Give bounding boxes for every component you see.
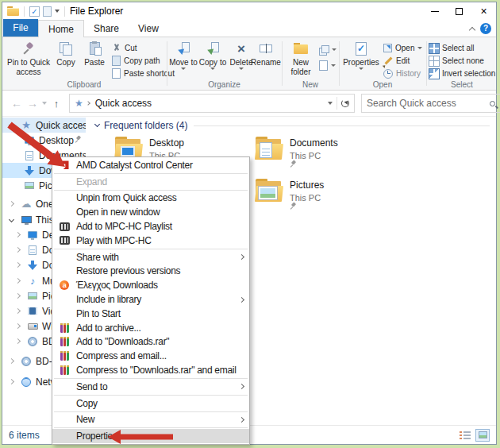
- help-icon[interactable]: ?: [480, 23, 491, 34]
- collapse-ribbon-icon[interactable]: [469, 26, 475, 33]
- search-input[interactable]: [367, 98, 490, 109]
- chevron-collapsed-icon[interactable]: [15, 293, 21, 299]
- forward-button[interactable]: →: [25, 97, 40, 110]
- edit-button[interactable]: Edit: [383, 55, 410, 67]
- properties-big-button[interactable]: ✓ Properties: [342, 40, 380, 70]
- menu-item-play-with-mpc-hc[interactable]: Play with MPC-HC: [52, 234, 249, 248]
- dropdown-caret-icon: [359, 68, 363, 70]
- qat-customize-caret-icon[interactable]: [55, 10, 60, 13]
- new-folder-icon: [294, 43, 308, 54]
- new-folder-button[interactable]: New folder: [285, 40, 317, 76]
- menu-item-properties[interactable]: Properties: [52, 429, 249, 443]
- address-box[interactable]: ★ Quick access: [69, 94, 355, 113]
- sidebar-item-quick-access[interactable]: ★ Quick access: [2, 118, 86, 133]
- chevron-collapsed-icon[interactable]: [15, 232, 21, 238]
- back-button[interactable]: ←: [9, 97, 25, 110]
- chevron-collapsed-icon[interactable]: [15, 262, 21, 268]
- history-button[interactable]: History: [383, 68, 421, 79]
- details-view-button[interactable]: [458, 429, 472, 442]
- menu-item-send-to[interactable]: Send to: [52, 380, 249, 394]
- pin-icon: [75, 136, 82, 144]
- chevron-expanded-icon[interactable]: [9, 122, 14, 128]
- frequent-folders-header[interactable]: Frequent folders (4): [95, 120, 490, 131]
- chevron-collapsed-icon[interactable]: [15, 308, 21, 314]
- chevron-expanded-icon[interactable]: [9, 217, 14, 222]
- file-explorer-icon: [7, 6, 19, 16]
- menu-item-add-to-downloads-rar[interactable]: Add to "Downloads.rar": [52, 335, 249, 350]
- chevron-collapsed-icon[interactable]: [15, 278, 21, 284]
- open-icon: [383, 44, 392, 52]
- menu-item-compress-and-email[interactable]: Compress and email...: [52, 349, 249, 363]
- new-item-button[interactable]: [319, 60, 336, 71]
- menu-item-expand[interactable]: Expand: [52, 175, 249, 189]
- menu-item-add-to-archive[interactable]: Add to archive...: [52, 321, 249, 335]
- thumbnails-view-button[interactable]: [475, 429, 490, 442]
- avast-icon: a: [60, 280, 69, 290]
- select-all-icon: [429, 44, 439, 53]
- pin-icon: [22, 42, 35, 55]
- up-button[interactable]: ↑: [48, 98, 64, 110]
- videos-icon: [28, 307, 37, 315]
- pin-to-quick-access-button[interactable]: Pin to Quick access: [6, 40, 52, 76]
- this-pc-icon: [21, 216, 32, 223]
- chevron-collapsed-icon[interactable]: [9, 379, 14, 384]
- dropdown-caret-icon: [210, 68, 215, 70]
- cut-icon: [112, 44, 121, 53]
- ribbon-group-organize: Move to Copy to × Delete Rename Organize: [167, 37, 281, 90]
- chevron-collapsed-icon[interactable]: [9, 201, 14, 207]
- rename-button[interactable]: Rename: [250, 40, 282, 68]
- chevron-collapsed-icon[interactable]: [15, 247, 21, 253]
- ribbon-group-open: ✓ Properties Open Edit History Open: [340, 37, 425, 90]
- select-all-button[interactable]: Select all: [429, 42, 475, 54]
- paste-shortcut-button[interactable]: Paste shortcut: [112, 68, 175, 79]
- minimize-button[interactable]: [422, 2, 447, 20]
- copy-to-button[interactable]: Copy to: [198, 40, 227, 70]
- sidebar-item-desktop[interactable]: Desktop: [2, 133, 86, 148]
- open-button[interactable]: Open: [383, 42, 422, 54]
- submenu-arrow-icon: [239, 254, 244, 260]
- search-box[interactable]: [361, 94, 500, 113]
- menu-item-restore-previous-versions[interactable]: Restore previous versions: [52, 265, 249, 279]
- chevron-collapsed-icon[interactable]: [15, 323, 21, 329]
- tab-file[interactable]: File: [3, 19, 38, 37]
- address-bar-row: ← → ↑ ★ Quick access: [2, 91, 496, 117]
- chevron-expanded-icon[interactable]: [94, 122, 100, 127]
- copy-button[interactable]: Copy: [53, 40, 79, 68]
- menu-item-open-in-new-window[interactable]: Open in new window: [52, 205, 249, 219]
- close-button[interactable]: ×: [471, 2, 496, 20]
- tab-share[interactable]: Share: [84, 20, 129, 37]
- tab-home[interactable]: Home: [38, 20, 84, 37]
- invert-selection-button[interactable]: Invert selection: [429, 68, 495, 79]
- copy-path-button[interactable]: Copy path: [112, 55, 160, 67]
- menu-item-share-with[interactable]: Share with: [52, 250, 249, 265]
- menu-item-scan-downloads-avast[interactable]: a Έλεγχος Downloads: [52, 278, 249, 292]
- breadcrumb-location[interactable]: Quick access: [95, 98, 152, 109]
- menu-item-compress-to-downloads-rar-and-email[interactable]: Compress to "Downloads.rar" and email: [52, 363, 249, 377]
- menu-item-include-in-library[interactable]: Include in library: [52, 292, 249, 307]
- recent-locations-caret-icon[interactable]: [42, 102, 47, 105]
- refresh-icon[interactable]: [341, 99, 349, 107]
- menu-item-new[interactable]: New: [52, 413, 249, 427]
- menu-item-unpin-from-quick-access[interactable]: Unpin from Quick access: [52, 191, 249, 206]
- menu-item-amd-catalyst-control-center[interactable]: AMD Catalyst Control Center: [52, 158, 249, 172]
- new-item-icon: [319, 60, 328, 71]
- tile-pictures[interactable]: Pictures This PC: [256, 179, 324, 203]
- chevron-collapsed-icon[interactable]: [9, 358, 14, 364]
- paste-button[interactable]: Paste: [80, 40, 109, 68]
- qat-new-folder-button[interactable]: [43, 6, 52, 17]
- breadcrumb-chevron-icon[interactable]: [86, 101, 90, 106]
- move-to-button[interactable]: Move to: [169, 40, 198, 70]
- qat-properties-button[interactable]: ✓: [29, 6, 40, 17]
- menu-item-add-to-mpc-hc-playlist[interactable]: Add to MPC-HC Playlist: [52, 219, 249, 234]
- winrar-icon: [60, 323, 69, 333]
- maximize-button[interactable]: [447, 2, 471, 20]
- menu-item-pin-to-start[interactable]: Pin to Start: [52, 307, 249, 321]
- chevron-collapsed-icon[interactable]: [15, 338, 21, 344]
- tab-view[interactable]: View: [129, 20, 168, 37]
- address-dropdown-caret-icon[interactable]: [328, 102, 333, 105]
- menu-item-copy[interactable]: Copy: [52, 396, 249, 411]
- easy-access-button[interactable]: [319, 44, 337, 56]
- tile-documents[interactable]: Documents This PC: [256, 137, 338, 160]
- cut-button[interactable]: Cut: [112, 42, 137, 54]
- select-none-button[interactable]: Select none: [429, 55, 484, 67]
